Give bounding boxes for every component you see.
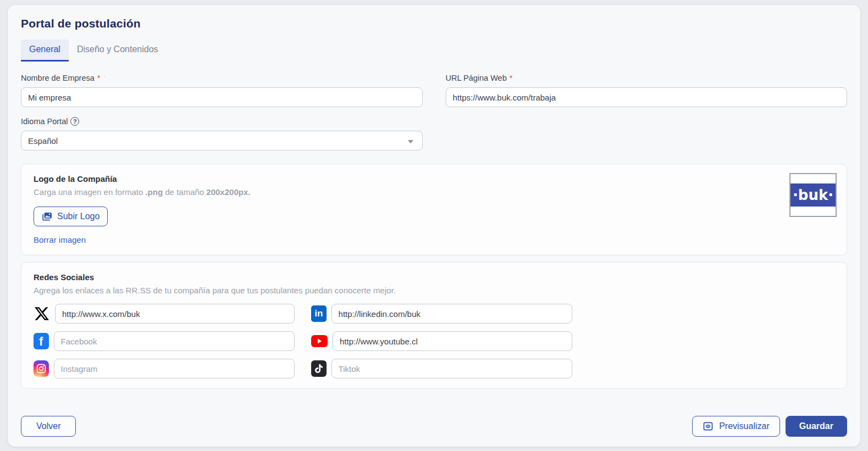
required-asterisk: *: [97, 74, 101, 82]
portal-language-field-group: Idioma Portal ? Español: [21, 117, 423, 151]
footer-action-bar: Volver Previsualizar Guardar: [21, 416, 847, 437]
save-button[interactable]: Guardar: [786, 416, 847, 437]
youtube-icon: [311, 333, 328, 349]
logo-section-title: Logo de la Compañía: [34, 174, 834, 183]
back-button[interactable]: Volver: [21, 416, 76, 437]
social-row-instagram: [34, 359, 295, 378]
image-upload-icon: [42, 211, 53, 222]
chevron-down-icon: [408, 140, 413, 143]
buk-logo: ·buk·: [790, 183, 836, 207]
portal-language-selected-value: Español: [28, 136, 58, 146]
company-logo-preview: ·buk·: [789, 173, 837, 217]
tiktok-icon: [311, 360, 327, 377]
portal-settings-card: Portal de postulación General Diseño y C…: [8, 5, 860, 447]
social-links-grid: in f: [34, 304, 834, 378]
portal-language-select[interactable]: Español: [21, 131, 423, 151]
x-url-input[interactable]: [55, 304, 295, 324]
required-asterisk: *: [510, 74, 513, 82]
social-row-x: [34, 304, 295, 324]
facebook-url-input[interactable]: [54, 331, 295, 351]
tiktok-url-input[interactable]: [331, 359, 572, 378]
instagram-url-input[interactable]: [54, 359, 295, 378]
social-row-linkedin: in: [311, 304, 572, 324]
delete-image-link[interactable]: Borrar imagen: [34, 235, 86, 244]
preview-button[interactable]: Previsualizar: [692, 416, 780, 437]
website-url-input[interactable]: [446, 87, 848, 107]
facebook-icon: f: [34, 333, 49, 349]
social-row-youtube: [311, 331, 572, 351]
portal-language-label: Idioma Portal ?: [21, 117, 423, 126]
tab-diseno-y-contenidos[interactable]: Diseño y Contenidos: [69, 40, 167, 62]
linkedin-url-input[interactable]: [331, 304, 572, 324]
tab-bar: General Diseño y Contenidos: [21, 40, 847, 62]
social-row-facebook: f: [34, 331, 295, 351]
form-row-1: Nombre de Empresa * URL Página Web *: [21, 74, 847, 107]
website-url-field-group: URL Página Web *: [446, 74, 848, 107]
website-url-label: URL Página Web *: [446, 74, 848, 82]
upload-logo-button[interactable]: Subir Logo: [34, 207, 108, 226]
instagram-icon: [34, 360, 49, 377]
preview-eye-icon: [703, 421, 714, 432]
company-name-field-group: Nombre de Empresa *: [21, 74, 423, 107]
social-section-title: Redes Sociales: [34, 272, 834, 282]
company-name-label: Nombre de Empresa *: [21, 74, 423, 82]
tab-general[interactable]: General: [21, 40, 69, 62]
social-row-tiktok: [311, 359, 572, 378]
social-networks-section: Redes Sociales Agrega los enlaces a las …: [21, 262, 847, 389]
page-title: Portal de postulación: [21, 17, 847, 30]
youtube-url-input[interactable]: [333, 331, 572, 351]
company-logo-section: Logo de la Compañía Carga una imagen en …: [21, 164, 847, 255]
company-name-input[interactable]: [21, 87, 423, 107]
x-icon: [34, 305, 50, 322]
form-row-2: Idioma Portal ? Español: [21, 117, 847, 151]
logo-section-subtitle: Carga una imagen en formato .png de tama…: [34, 187, 834, 197]
social-section-subtitle: Agrega los enlaces a las RR.SS de tu com…: [34, 286, 834, 295]
help-icon[interactable]: ?: [70, 117, 79, 126]
linkedin-icon: in: [311, 305, 327, 322]
